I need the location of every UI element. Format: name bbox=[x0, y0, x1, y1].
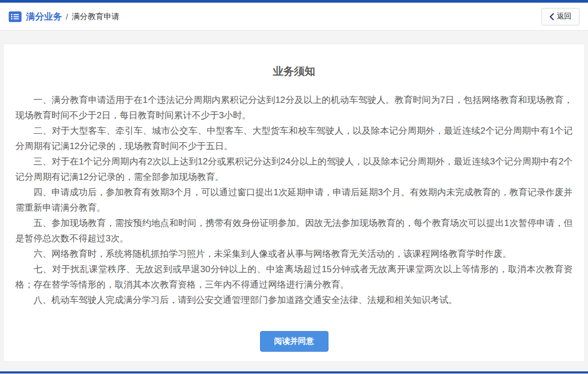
notice-paragraph-8: 八、机动车驾驶人完成满分学习后，请到公安交通管理部门参加道路交通安全法律、法规和… bbox=[15, 292, 573, 308]
notice-title: 业务须知 bbox=[15, 64, 573, 79]
list-icon bbox=[8, 11, 22, 22]
notice-paragraph-3: 三、对于在1个记分周期内有2次以上达到12分或累积记分达到24分以上的驾驶人，以… bbox=[15, 154, 573, 185]
notice-paragraph-6: 六、网络教育时，系统将随机抓拍学习照片，未采集到人像或者从事与网络教育无关活动的… bbox=[15, 246, 573, 262]
notice-paragraph-7: 七、对于扰乱课堂秩序、无故迟到或早退30分钟以上的、中途离场超过15分钟或者无故… bbox=[15, 262, 573, 292]
back-button[interactable]: 返回 bbox=[541, 8, 580, 25]
agree-button-container: 阅读并同意 bbox=[15, 331, 573, 352]
notice-paragraph-2: 二、对于大型客车、牵引车、城市公交车、中型客车、大型货车和校车驾驶人，以及除本记… bbox=[15, 123, 573, 154]
notice-paragraph-1: 一、满分教育申请适用于在1个违法记分周期内累积记分达到12分及以上的机动车驾驶人… bbox=[15, 92, 573, 123]
back-button-label: 返回 bbox=[557, 12, 572, 21]
breadcrumb-page: 满分教育申请 bbox=[72, 12, 119, 22]
agree-button[interactable]: 阅读并同意 bbox=[260, 331, 328, 352]
notice-body: 一、满分教育申请适用于在1个违法记分周期内累积记分达到12分及以上的机动车驾驶人… bbox=[15, 92, 573, 308]
notice-card: 业务须知 一、满分教育申请适用于在1个违法记分周期内累积记分达到12分及以上的机… bbox=[3, 44, 585, 362]
breadcrumb-separator: / bbox=[66, 12, 68, 21]
breadcrumb-section[interactable]: 满分业务 bbox=[26, 11, 62, 23]
notice-paragraph-5: 五、参加现场教育，需按预约地点和时间，携带有效身份证明参加。因故无法参加现场教育… bbox=[15, 215, 573, 246]
chevron-left-icon bbox=[549, 13, 554, 20]
notice-paragraph-4: 四、申请成功后，参加教育有效期3个月，可以通过窗口提出1次延期申请，申请后延期3… bbox=[15, 185, 573, 215]
breadcrumb: 满分业务 / 满分教育申请 bbox=[8, 11, 119, 23]
header: 满分业务 / 满分教育申请 返回 bbox=[0, 3, 588, 31]
bottom-accent-bar bbox=[0, 371, 588, 373]
